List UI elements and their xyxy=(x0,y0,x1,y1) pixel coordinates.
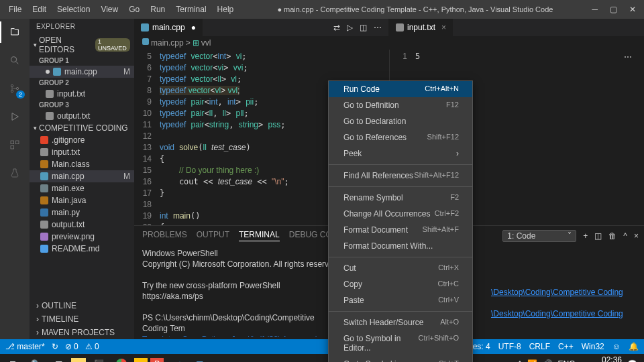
sync-icon[interactable]: ↻ xyxy=(52,342,58,351)
search-icon[interactable] xyxy=(7,52,23,68)
start-button[interactable]: ⊞ xyxy=(3,355,23,362)
split-terminal-icon[interactable]: ◫ xyxy=(594,231,602,241)
file--gitignore[interactable]: .gitignore xyxy=(30,134,134,146)
outline-section[interactable]: ›OUTLINE xyxy=(30,299,134,312)
chrome-app-icon[interactable] xyxy=(111,355,131,362)
file-main-cpp[interactable]: main.cppM xyxy=(30,170,134,182)
ctx-format-document[interactable]: Format DocumentShift+Alt+F xyxy=(329,222,472,238)
close-icon[interactable]: ✕ xyxy=(629,5,636,14)
ctx-cut[interactable]: CutCtrl+X xyxy=(329,260,472,276)
eol-indicator[interactable]: CRLF xyxy=(529,342,550,351)
language-indicator[interactable]: C++ xyxy=(558,342,574,351)
menu-terminal[interactable]: Terminal xyxy=(171,3,211,16)
timeline-section[interactable]: ›TIMELINE xyxy=(30,312,134,326)
ctx-copy[interactable]: CopyCtrl+C xyxy=(329,276,472,292)
ctx-find-all-references[interactable]: Find All ReferencesShift+Alt+F12 xyxy=(329,168,472,184)
win32-indicator[interactable]: Win32 xyxy=(582,342,604,351)
wifi-icon[interactable]: 📶 xyxy=(527,359,537,362)
ctx-format-document-with-[interactable]: Format Document With... xyxy=(329,238,472,254)
open-editor-main-cpp[interactable]: main.cppM xyxy=(30,66,134,78)
code-content[interactable]: typedef vector<int> vi; typedef vector<v… xyxy=(160,51,320,225)
encoding-indicator[interactable]: UTF-8 xyxy=(498,342,521,351)
project-section[interactable]: ▾COMPETITIVE CODING TEMPLATE - C+... xyxy=(30,122,134,134)
ctx-go-to-symbol-in-editor-[interactable]: Go to Symbol in Editor...Ctrl+Shift+O xyxy=(329,330,472,356)
menu-file[interactable]: File xyxy=(4,3,26,16)
ctx-switch-header-source[interactable]: Switch Header/SourceAlt+O xyxy=(329,314,472,330)
file-README-md[interactable]: README.md xyxy=(30,243,134,255)
open-editors-section[interactable]: ▾OPEN EDITORS1 UNSAVED xyxy=(30,34,134,56)
svg-point-1 xyxy=(11,84,13,86)
file-main-py[interactable]: main.py xyxy=(30,206,134,219)
breadcrumb[interactable]: main.cpp> ⊞vvl xyxy=(134,36,389,50)
store-app-icon[interactable]: ⬛ xyxy=(89,355,109,362)
task-view-icon[interactable]: ◧ xyxy=(48,355,68,362)
menu-help[interactable]: Help xyxy=(213,3,239,16)
tab-main-cpp[interactable]: main.cpp● xyxy=(134,19,203,36)
maximize-icon[interactable]: ▢ xyxy=(610,5,617,14)
file-input-txt[interactable]: input.txt xyxy=(30,146,134,158)
file-output-txt[interactable]: output.txt xyxy=(30,219,134,231)
panel-tab-output[interactable]: OUTPUT xyxy=(197,230,229,241)
minimize-icon[interactable]: ─ xyxy=(592,5,598,14)
app-icon[interactable] xyxy=(134,358,148,362)
menu-run[interactable]: Run xyxy=(146,3,170,16)
explorer-icon[interactable] xyxy=(7,24,23,40)
svg-rect-6 xyxy=(11,145,14,149)
file-preview-png[interactable]: preview.png xyxy=(30,231,134,243)
file-Main-class[interactable]: Main.class xyxy=(30,158,134,170)
menu-selection[interactable]: Selection xyxy=(52,3,95,16)
maximize-panel-icon[interactable]: ^ xyxy=(623,231,627,241)
ctx-go-to-definition[interactable]: Go to DefinitionF12 xyxy=(329,97,472,113)
bell-icon[interactable]: 🔔 xyxy=(629,342,639,351)
maven-section[interactable]: ›MAVEN PROJECTS xyxy=(30,326,134,339)
tab-input-txt[interactable]: input.txt× xyxy=(389,19,453,36)
new-terminal-icon[interactable]: + xyxy=(583,231,588,241)
split-icon[interactable]: ◫ xyxy=(360,23,367,32)
open-editor-output-txt[interactable]: output.txt xyxy=(30,110,134,122)
menu-go[interactable]: Go xyxy=(124,3,144,16)
open-editor-input-txt[interactable]: input.txt xyxy=(30,88,134,100)
volume-icon[interactable]: 🔊 xyxy=(543,359,553,362)
app-icon[interactable]: P xyxy=(150,358,164,362)
branch-indicator[interactable]: ⎇ master* xyxy=(5,342,45,351)
more-icon[interactable]: ⋯ xyxy=(624,52,632,62)
more-icon[interactable]: ⋯ xyxy=(374,23,382,32)
activity-bar: 2 xyxy=(0,19,30,339)
vscode-app-icon[interactable]: ◢ xyxy=(166,355,186,362)
errors-indicator[interactable]: ⊘ 0 xyxy=(65,342,78,351)
trash-icon[interactable]: 🗑 xyxy=(608,231,616,241)
ctx-go-to-declaration[interactable]: Go to Declaration xyxy=(329,113,472,129)
file-main-exe[interactable]: main.exe xyxy=(30,182,134,194)
ctx-go-to-symbol-in-workspace-[interactable]: Go to Symbol in Workspace...Ctrl+T xyxy=(329,356,472,362)
run-debug-icon[interactable] xyxy=(7,109,23,125)
close-tab-icon[interactable]: × xyxy=(441,23,446,32)
ctx-run-code[interactable]: Run CodeCtrl+Alt+N xyxy=(329,81,472,97)
feedback-icon[interactable]: ☺ xyxy=(612,342,621,351)
terminal-selector[interactable]: 1: Code ˅ xyxy=(502,230,576,242)
panel-tab-problems[interactable]: PROBLEMS xyxy=(142,230,187,241)
ctx-rename-symbol[interactable]: Rename SymbolF2 xyxy=(329,190,472,206)
ctx-peek[interactable]: Peek› xyxy=(329,145,472,162)
ctx-change-all-occurrences[interactable]: Change All OccurrencesCtrl+F2 xyxy=(329,206,472,222)
warnings-indicator[interactable]: ⚠ 0 xyxy=(85,342,99,351)
run-icon[interactable]: ▷ xyxy=(347,23,353,32)
source-control-icon[interactable]: 2 xyxy=(7,80,23,97)
file-Main-java[interactable]: Main.java xyxy=(30,194,134,206)
language-indicator[interactable]: ENG xyxy=(558,359,576,362)
ctx-paste[interactable]: PasteCtrl+V xyxy=(329,292,472,308)
panel-tab-terminal[interactable]: TERMINAL xyxy=(239,230,280,241)
search-icon[interactable]: 🔍 xyxy=(25,355,46,362)
explorer-app-icon[interactable] xyxy=(71,358,86,362)
menu-view[interactable]: View xyxy=(96,3,123,16)
extensions-icon[interactable] xyxy=(7,137,23,153)
compare-icon[interactable]: ⇄ xyxy=(333,23,340,32)
notifications-icon[interactable]: 💬 xyxy=(627,359,637,362)
tray-chevron-icon[interactable]: ^ xyxy=(518,359,522,362)
ctx-go-to-references[interactable]: Go to ReferencesShift+F12 xyxy=(329,129,472,145)
test-icon[interactable] xyxy=(7,165,23,181)
menu-edit[interactable]: Edit xyxy=(28,3,51,16)
clock[interactable]: 02:3630-04-2020 xyxy=(581,357,622,362)
app-icon[interactable]: ▦ xyxy=(189,355,209,362)
code-content[interactable]: 5 xyxy=(415,51,420,62)
close-panel-icon[interactable]: × xyxy=(634,231,639,241)
